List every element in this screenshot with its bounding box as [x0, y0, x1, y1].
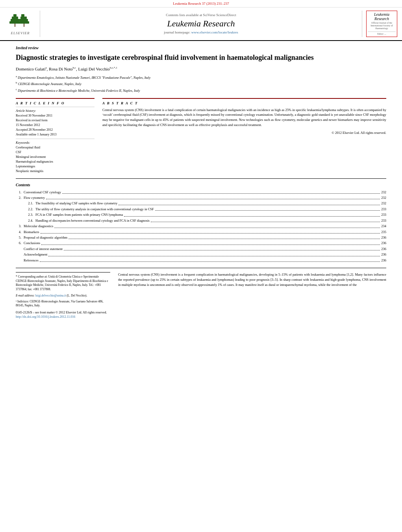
- journal-logo-right: LeukemiaResearch Official Journal of the…: [362, 11, 397, 37]
- contents-item-ref: References 236: [16, 258, 386, 263]
- contents-item-4: 4. Biomarkers 235: [16, 229, 386, 235]
- elsevier-label: ELSEVIER: [11, 31, 30, 35]
- affiliation-b: b CEINGE-Biotecnologie Avanzate, Naples,…: [16, 81, 386, 87]
- svg-rect-1: [12, 17, 18, 19]
- contents-title: Contents: [16, 183, 386, 187]
- accepted-date: Accepted 28 November 2012: [16, 128, 94, 132]
- doi-line: http://dx.doi.org/10.1016/j.leukres.2012…: [16, 315, 110, 319]
- svg-rect-8: [18, 21, 29, 24]
- citation-bar: Leukemia Research 37 (2013) 231–237: [0, 0, 402, 7]
- svg-rect-5: [21, 14, 24, 17]
- email-label: E-mail address:: [16, 294, 35, 297]
- journal-header: ELSEVIER Contents lists available at Sci…: [0, 7, 402, 41]
- available-date: Available online 1 January 2013: [16, 132, 94, 137]
- contents-item-conflict: Conflict of interest statement 236: [16, 246, 386, 252]
- contents-item-2-1: 2.1. The feasibility of studying CSF sam…: [16, 200, 386, 206]
- svg-rect-9: [24, 24, 24, 27]
- contents-item-3: 3. Molecular diagnostics 234: [16, 223, 386, 229]
- affiliation-c: c Dipartimento di Biochimica e Biotecnol…: [16, 87, 386, 93]
- affiliation-a: a Dipartimento Ematologico, Istituto Naz…: [16, 74, 386, 80]
- contents-line: Contents lists available at SciVerse Sci…: [166, 13, 236, 17]
- article-body: Invited review Diagnostic strategies to …: [0, 41, 402, 324]
- contents-item-1: 1. Conventional CSF cytology 232: [16, 189, 386, 195]
- contents-item-2-3: 2.3. FCA in CSF samples from patients wi…: [16, 212, 386, 217]
- keyword-6: Neoplastic meningitis: [16, 169, 94, 174]
- elsevier-logo: ELSEVIER: [5, 11, 40, 37]
- footnotes-column: * Corresponding author at: Unità di Cito…: [16, 272, 110, 319]
- journal-logo-box: LeukemiaResearch Official Journal of the…: [366, 11, 397, 37]
- journal-title: Leukemia Research: [167, 19, 235, 29]
- abstract-section: A B S T R A C T Central nervous system (…: [102, 98, 386, 174]
- email-line: E-mail address: luigi.delvecchio@unina.i…: [16, 294, 110, 298]
- keyword-4: Haematological malignancies: [16, 159, 94, 164]
- journal-center: Contents lists available at SciVerse Sci…: [40, 11, 362, 37]
- homepage-link[interactable]: www.elsevier.com/locate/leukres: [191, 30, 238, 34]
- keywords-section: Keywords: Cerebrospinal fluid CSF Mening…: [16, 139, 94, 174]
- bottom-section: * Corresponding author at: Unità di Cito…: [16, 272, 386, 319]
- citation-text: Leukemia Research 37 (2013) 231–237: [173, 2, 229, 6]
- abstract-heading: A B S T R A C T: [102, 101, 386, 105]
- contents-item-5: 5. Proposal of diagnostic algorithm 236: [16, 235, 386, 240]
- svg-rect-7: [19, 19, 28, 21]
- contents-item-ack: Acknowledgment 236: [16, 252, 386, 257]
- affiliations: a Dipartimento Ematologico, Istituto Naz…: [16, 74, 386, 93]
- contents-section: Contents 1. Conventional CSF cytology 23…: [16, 183, 386, 263]
- article-info-section: A R T I C L E I N F O Article history: R…: [16, 98, 94, 174]
- article-title: Diagnostic strategies to investigate cer…: [16, 53, 386, 62]
- main-text-column: Central nervous system (CNS) involvement…: [118, 272, 386, 319]
- contents-item-2: 2. Flow cytometry 232: [16, 195, 386, 200]
- svg-rect-6: [20, 17, 27, 19]
- article-type: Invited review: [16, 46, 386, 50]
- footnote-1: ¹ Indirizzo: CEINGE-Biotecnologie Avanza…: [16, 300, 110, 308]
- intro-paragraph: Central nervous system (CNS) involvement…: [118, 272, 386, 287]
- keyword-2: CSF: [16, 150, 94, 155]
- logo-box-title: LeukemiaResearch: [368, 12, 396, 21]
- email-note: (L. Del Vecchio).: [67, 294, 87, 297]
- elsevier-tree-icon: [9, 12, 31, 30]
- abstract-text: Central nervous system (CNS) involvement…: [102, 108, 386, 128]
- article-info-abstract: A R T I C L E I N F O Article history: R…: [16, 98, 386, 174]
- svg-rect-4: [15, 24, 15, 27]
- contents-item-6: 6. Conclusions 236: [16, 240, 386, 246]
- svg-rect-0: [13, 14, 17, 17]
- copyright: © 2012 Elsevier Ltd. All rights reserved…: [102, 131, 386, 135]
- divider-2: [16, 268, 386, 268]
- doi-link[interactable]: http://dx.doi.org/10.1016/j.leukres.2012…: [16, 315, 75, 319]
- history-label: Article history:: [16, 109, 94, 113]
- history-section: Article history: Received 30 November 20…: [16, 107, 94, 137]
- svg-rect-2: [11, 19, 19, 21]
- received-date: Received 30 November 2011: [16, 113, 94, 118]
- issn-line: 0145-2126/$ – see front matter © 2012 El…: [16, 310, 110, 315]
- journal-homepage: journal homepage: www.elsevier.com/locat…: [164, 30, 238, 34]
- keyword-5: Leptomeninges: [16, 164, 94, 169]
- authors: Domenico Galatia, Rosa Di Notob,c, Luigi…: [16, 66, 386, 71]
- divider-1: [16, 178, 386, 179]
- of-cases-text: of cases: [223, 283, 234, 287]
- corresponding-note: * Corresponding author at: Unità di Cito…: [16, 275, 110, 291]
- keywords-label: Keywords:: [16, 141, 94, 145]
- contents-item-2-4: 2.4. Handling of discrepancies between c…: [16, 218, 386, 223]
- article-info-heading: A R T I C L E I N F O: [16, 101, 94, 105]
- revised-date: Received in revised form15 November 2012: [16, 118, 94, 128]
- email-link[interactable]: luigi.delvecchio@unina.it: [35, 294, 66, 297]
- keyword-3: Meningeal involvement: [16, 155, 94, 159]
- contents-item-2-2: 2.2. The utility of flow cytometry analy…: [16, 206, 386, 212]
- logo-box-subtitle: Official Journal of the International So…: [368, 22, 396, 35]
- keyword-1: Cerebrospinal fluid: [16, 145, 94, 150]
